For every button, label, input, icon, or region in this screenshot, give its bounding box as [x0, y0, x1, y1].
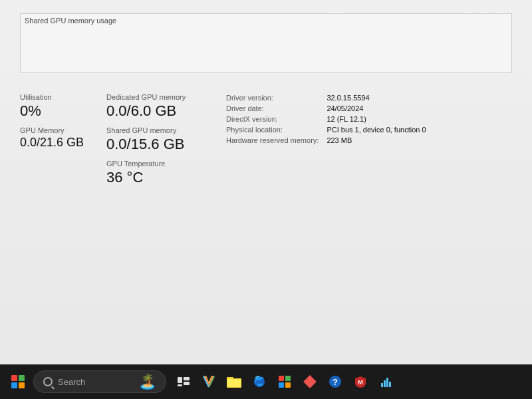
search-icon: [43, 377, 53, 386]
shared-gpu-value: 0.0/15.6 GB: [106, 136, 213, 153]
driver-date-value: 24/05/2024: [327, 104, 512, 113]
driver-version-value: 32.0.15.5594: [327, 93, 512, 102]
svg-rect-0: [178, 377, 182, 383]
edge-icon[interactable]: [247, 370, 271, 394]
file-explorer-icon[interactable]: [222, 370, 246, 394]
stats-grid: Utilisation 0% GPU Memory 0.0/21.6 GB De…: [20, 86, 512, 189]
help-icon[interactable]: ?: [323, 370, 347, 394]
taskbar-icons: ? M: [172, 370, 398, 394]
svg-rect-1: [184, 377, 190, 380]
start-button[interactable]: [5, 369, 31, 394]
driver-date-label: Driver date:: [226, 104, 319, 113]
utilisation-col: Utilisation 0% GPU Memory 0.0/21.6 GB: [20, 86, 106, 189]
search-label: Search: [58, 377, 85, 387]
svg-text:M: M: [358, 379, 363, 386]
graph-label: Shared GPU memory usage: [25, 17, 116, 25]
utilisation-value: 0%: [20, 102, 93, 120]
svg-marker-4: [203, 376, 214, 387]
gpu-memory-value: 0.0/21.6 GB: [20, 136, 93, 150]
performance-chart-icon[interactable]: [374, 370, 398, 394]
search-bar[interactable]: Search 🏝️: [33, 370, 166, 393]
utilisation-label: Utilisation: [20, 93, 93, 101]
driver-version-label: Driver version:: [226, 93, 319, 102]
gpu-memory-label: GPU Memory: [20, 126, 93, 134]
svg-rect-3: [178, 384, 182, 386]
dedicated-gpu-col: Dedicated GPU memory 0.0/6.0 GB Shared G…: [106, 86, 226, 189]
hardware-reserved-value: 223 MB: [327, 136, 512, 145]
physical-location-value: PCI bus 1, device 0, function 0: [327, 125, 512, 134]
driver-info-col: Driver version: 32.0.15.5594 Driver date…: [226, 93, 512, 189]
taskbar: Search 🏝️: [0, 364, 532, 399]
svg-text:?: ?: [332, 377, 338, 387]
microsoft-365-icon[interactable]: [197, 370, 221, 394]
dedicated-gpu-value: 0.0/6.0 GB: [106, 102, 213, 120]
gpu-temp-label: GPU Temperature: [106, 160, 213, 168]
microsoft-store-icon[interactable]: [273, 370, 297, 394]
shared-gpu-graph: Shared GPU memory usage: [20, 13, 512, 73]
directx-label: DirectX version:: [226, 114, 319, 124]
gpu-temp-value: 36 °C: [106, 169, 213, 186]
task-view-icon[interactable]: [172, 370, 196, 394]
hardware-reserved-label: Hardware reserved memory:: [226, 136, 319, 145]
physical-location-label: Physical location:: [226, 125, 319, 134]
island-icon: 🏝️: [138, 373, 156, 390]
shared-gpu-label: Shared GPU memory: [106, 126, 213, 134]
svg-rect-2: [184, 382, 190, 385]
gpu-stats-panel: Shared GPU memory usage Utilisation 0% G…: [0, 0, 532, 359]
svg-rect-8: [227, 379, 241, 387]
ruby-icon[interactable]: [298, 370, 322, 394]
directx-value: 12 (FL 12.1): [327, 114, 512, 124]
dedicated-gpu-label: Dedicated GPU memory: [106, 93, 213, 101]
mcafee-icon[interactable]: M: [348, 370, 372, 394]
